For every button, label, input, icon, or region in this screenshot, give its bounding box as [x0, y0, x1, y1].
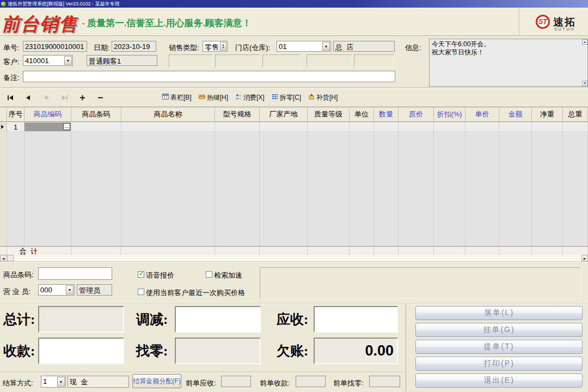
debt-value: 0.00 — [365, 339, 394, 363]
grid-row1-cell[interactable] — [215, 122, 260, 132]
received-input[interactable] — [38, 338, 124, 364]
consume-button[interactable]: 消费[X] — [235, 93, 265, 102]
chevron-down-icon[interactable]: ▼ — [66, 285, 74, 295]
scroll-down-icon[interactable]: ▼ — [582, 81, 587, 86]
search-accel-checkbox[interactable] — [206, 271, 212, 278]
spinner-arrows-icon[interactable]: ▲▼ — [220, 42, 226, 51]
last-record-button — [57, 93, 72, 102]
chevron-down-icon[interactable]: ▼ — [64, 56, 72, 65]
grid-row1-cell[interactable] — [308, 122, 350, 132]
prev-record-button[interactable] — [21, 93, 36, 102]
grid-row1-cell[interactable] — [532, 122, 563, 132]
info-label: 信息: — [405, 43, 421, 53]
retrieve-order-button[interactable]: 提单(T) — [415, 340, 583, 354]
column-header-8[interactable]: 单位 — [350, 107, 374, 121]
scroll-left-icon[interactable]: ◀ — [0, 255, 7, 261]
toolbar-button-label: 热键[H] — [207, 93, 228, 102]
grid-total-cell — [563, 247, 588, 255]
table-columns-button[interactable]: 表栏[B] — [162, 93, 192, 102]
column-header-3[interactable]: 商品条码 — [71, 107, 121, 121]
adjust-input[interactable] — [175, 306, 261, 333]
split-pack-button[interactable]: 拆零[C] — [272, 93, 301, 102]
column-header-0[interactable] — [0, 107, 7, 121]
current-row-marker-icon — [1, 125, 4, 129]
order-no-field: 231019000010001 — [23, 41, 87, 52]
date-field[interactable]: 2023-10-19 — [112, 41, 156, 52]
place-order-button[interactable]: 落单(L) — [415, 306, 583, 320]
chevron-down-icon[interactable]: ▼ — [57, 377, 65, 387]
grid-row1-cell[interactable] — [499, 122, 532, 132]
grid-row1-cell[interactable] — [350, 122, 374, 132]
grid-row1-cell[interactable] — [71, 122, 121, 132]
store-combobox[interactable]: 01▼ — [277, 41, 331, 52]
grid-row1-cell[interactable] — [465, 122, 499, 132]
grid-body-column — [399, 132, 434, 246]
add-row-button[interactable] — [75, 93, 90, 102]
prev-receivable-field — [221, 376, 251, 387]
grid-row1-seq-cell[interactable]: 1 — [7, 122, 24, 132]
grid-row1-cell[interactable] — [121, 122, 215, 132]
voice-quote-checkbox[interactable] — [138, 271, 144, 278]
date-label: 日期: — [94, 43, 110, 53]
grid-body-column — [350, 132, 374, 246]
grid-row1-cell[interactable] — [399, 122, 434, 132]
first-record-button[interactable] — [3, 93, 18, 102]
column-header-6[interactable]: 厂家产地 — [260, 107, 308, 121]
sale-type-label: 销售类型: — [169, 43, 199, 53]
clerk-combobox[interactable]: 000▼ — [38, 284, 75, 296]
settle-method-combobox[interactable]: 1▼ — [41, 376, 66, 388]
barcode-label: 商品条码: — [3, 270, 34, 280]
remark-label: 备注: — [3, 73, 20, 83]
grid-total-cell — [532, 247, 563, 255]
column-header-11[interactable]: 折扣(%) — [434, 107, 465, 121]
scrollbar-thumb[interactable] — [7, 255, 14, 261]
chevron-down-icon[interactable]: ▼ — [322, 42, 330, 51]
column-header-15[interactable]: 总重 — [563, 107, 588, 121]
last-price-checkbox[interactable] — [138, 289, 144, 295]
hold-order-button[interactable]: 挂单(G) — [415, 323, 583, 337]
column-header-1[interactable]: 序号 — [7, 107, 24, 121]
scroll-right-icon[interactable]: ▶ — [581, 255, 588, 261]
exit-button[interactable]: 退出(E) — [415, 373, 583, 388]
grid-row1-cell[interactable] — [260, 122, 308, 132]
column-header-10[interactable]: 原价 — [399, 107, 434, 121]
grid-selected-cell[interactable]: … — [24, 122, 71, 132]
grid-row1-cell[interactable] — [374, 122, 399, 132]
restock-button[interactable]: 补货[H] — [308, 93, 338, 102]
grid-row1-cell[interactable] — [434, 122, 465, 132]
column-header-13[interactable]: 金额 — [499, 107, 532, 121]
order-no-label: 单号: — [3, 43, 20, 53]
column-header-5[interactable]: 型号规格 — [215, 107, 260, 121]
remark-input[interactable] — [23, 71, 395, 82]
receivable-input[interactable] — [314, 306, 398, 333]
scroll-up-icon[interactable]: ▲ — [582, 39, 587, 45]
grid-body-column — [7, 132, 24, 246]
store-label: 门店(仓库): — [235, 43, 270, 53]
column-header-4[interactable]: 商品名称 — [121, 107, 215, 121]
sale-type-spinner[interactable]: 零售▲▼ — [203, 41, 228, 52]
info-message-box[interactable]: 今天下午6:00开会。祝大家节日快乐！ — [429, 39, 588, 87]
delete-row-button[interactable] — [93, 93, 108, 102]
grid-body-column — [24, 132, 71, 246]
grid-row[interactable]: 1… — [0, 122, 588, 132]
barcode-input[interactable] — [38, 267, 112, 280]
hotkey-button[interactable]: 热键[H] — [199, 93, 228, 102]
column-header-2[interactable]: 商品编码 — [24, 107, 71, 121]
allocate-amount-button[interactable]: 结算金额分配(F) — [132, 374, 181, 388]
grid-total-cell — [71, 247, 121, 255]
grid-row1-cell[interactable] — [563, 122, 588, 132]
grid-total-cell — [260, 247, 308, 255]
column-header-12[interactable]: 单价 — [465, 107, 499, 121]
column-header-7[interactable]: 质量等级 — [308, 107, 350, 121]
grid-row1-cell[interactable] — [0, 122, 7, 132]
horizontal-scrollbar[interactable]: ◀ ▶ — [0, 255, 588, 261]
column-header-9[interactable]: 数量 — [374, 107, 399, 121]
page-title: 前台销售 — [2, 12, 78, 37]
grid-total-row — [0, 246, 588, 255]
debt-label: 欠账: — [277, 342, 308, 360]
grid-total-cell — [499, 247, 532, 255]
column-header-14[interactable]: 净重 — [532, 107, 563, 121]
print-button[interactable]: 打印(P) — [415, 357, 583, 371]
lookup-ellipsis-button[interactable]: … — [63, 123, 70, 130]
customer-combobox[interactable]: 410001▼ — [23, 55, 73, 66]
